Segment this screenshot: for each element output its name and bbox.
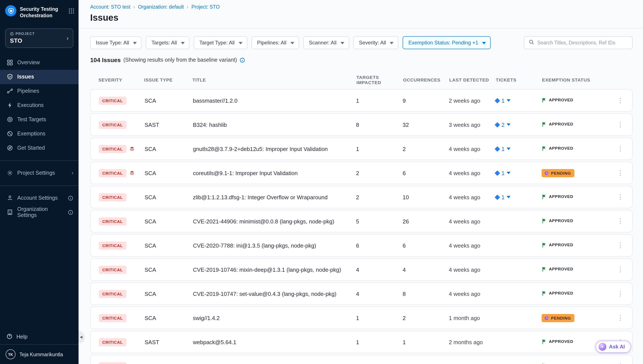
issue-title[interactable]: zlib@1:1.2.13.dfsg-1: Integer Overflow o… xyxy=(193,194,356,200)
table-row[interactable]: CRITICAL SCA zlib@1:1.2.13.dfsg-1: Integ… xyxy=(90,186,633,208)
table-row[interactable]: CRITICAL SCA bassmaster//1.2.0 1 9 2 wee… xyxy=(90,89,633,112)
issue-title[interactable]: webpack@5.64.1 xyxy=(193,339,356,345)
project-label: PROJECT xyxy=(10,32,35,36)
row-menu-button[interactable]: ⋮ xyxy=(614,119,627,130)
ticket-count-dropdown[interactable]: 1 xyxy=(495,97,510,104)
ticket-count-dropdown[interactable]: 1 xyxy=(495,170,510,176)
table-row[interactable]: CRITICAL SAST B324: hashlib 8 32 3 weeks… xyxy=(90,114,633,136)
row-menu-button[interactable]: ⋮ xyxy=(614,143,627,154)
avatar: TK xyxy=(6,349,16,359)
table-row[interactable]: CRITICAL SCA CVE-2019-10747: set-value@0… xyxy=(90,282,633,305)
issue-title[interactable]: gnutls28@3.7.9-2+deb12u5: Improper Input… xyxy=(193,146,356,152)
col-header-targets: TARGETS IMPACTED xyxy=(356,74,403,85)
jira-ticket-icon xyxy=(494,170,500,176)
gear-icon xyxy=(7,170,13,176)
severity-cell: CRITICAL xyxy=(99,362,145,364)
issue-title[interactable]: CVE-2019-10747: set-value@0.4.3 (lang-pk… xyxy=(193,290,356,297)
sidebar-item-label: Test Targets xyxy=(17,117,46,123)
last-detected-cell: 4 weeks ago xyxy=(449,194,495,200)
row-menu-button[interactable]: ⋮ xyxy=(614,192,627,202)
filter-issue-type[interactable]: Issue Type: All xyxy=(90,36,142,49)
sidebar-item-label: Organization Settings xyxy=(17,206,64,218)
sidebar-item-exemptions[interactable]: Exemptions xyxy=(0,127,79,141)
table-row[interactable]: CRITICAL SCA swig//1.4.2 1 2 1 month ago xyxy=(90,307,633,329)
issue-title[interactable]: bassmaster//1.2.0 xyxy=(193,97,356,104)
ticket-count-dropdown[interactable]: 1 xyxy=(495,146,510,152)
issue-title[interactable]: coreutils@9.1-1: Improper Input Validati… xyxy=(193,170,356,176)
chevron-right-icon: › xyxy=(72,170,73,176)
table-row[interactable]: CRITICAL SAST webpack@5.64.1 1 1 2 month… xyxy=(90,331,633,353)
chevron-right-icon: › xyxy=(187,4,188,10)
severity-cell: CRITICAL xyxy=(99,169,145,177)
sidebar-item-pipelines[interactable]: Pipelines xyxy=(0,84,79,98)
sidebar-item-issues[interactable]: Issues xyxy=(0,70,79,84)
row-menu-button[interactable]: ⋮ xyxy=(614,216,627,226)
row-menu-button[interactable]: ⋮ xyxy=(614,167,627,178)
filter-target-type[interactable]: Target Type: All xyxy=(194,36,247,49)
targets-impacted-cell: 4 xyxy=(356,266,403,273)
sidebar-item-project-settings[interactable]: Project Settings › xyxy=(0,166,79,180)
sidebar-item-get-started[interactable]: Get Started xyxy=(0,141,79,155)
project-selector[interactable]: PROJECT STO › xyxy=(5,28,73,48)
info-icon[interactable] xyxy=(68,195,73,201)
filter-pipelines[interactable]: Pipelines: All xyxy=(251,36,299,49)
occurrences-cell: 1 xyxy=(403,339,449,345)
table-row[interactable]: CRITICAL SAST django@1.2 1 22 2 months a… xyxy=(90,355,633,364)
exemption-status-label: APPROVED xyxy=(549,98,573,102)
search-input[interactable] xyxy=(537,40,628,45)
severity-badge: CRITICAL xyxy=(99,169,126,177)
sidebar-item-executions[interactable]: Executions xyxy=(0,98,79,112)
ticket-count-dropdown[interactable]: 1 xyxy=(495,194,510,200)
issue-title[interactable]: CVE-2020-7788: ini@1.3.5 (lang-pkgs, nod… xyxy=(193,242,356,249)
ask-ai-button[interactable]: ✦ Ask AI xyxy=(595,341,631,353)
table-row[interactable]: CRITICAL SCA CVE-2019-10746: mixin-deep@… xyxy=(90,258,633,281)
issue-title[interactable]: django@1.2 xyxy=(193,363,356,364)
exemption-cell: APPROVED xyxy=(542,194,606,200)
severity-cell: CRITICAL xyxy=(99,193,145,201)
breadcrumb-project-link[interactable]: Project: STO xyxy=(191,4,220,10)
row-menu-button[interactable]: ⋮ xyxy=(614,360,627,364)
issue-title[interactable]: swig//1.4.2 xyxy=(193,314,356,321)
breadcrumb-org-link[interactable]: Organization: default xyxy=(138,4,184,10)
info-icon[interactable] xyxy=(240,57,245,63)
severity-cell: CRITICAL xyxy=(99,338,145,346)
table-row[interactable]: CRITICAL SCA coreutils@9.1-1: Improper I… xyxy=(90,162,633,184)
table-row[interactable]: CRITICAL SCA CVE-2021-44906: minimist@0.… xyxy=(90,210,633,232)
filter-exemption-status[interactable]: Exemption Status: Pending +1 xyxy=(403,36,491,49)
targets-impacted-cell: 2 xyxy=(356,170,403,176)
dashboard-icon xyxy=(7,60,13,66)
sidebar-item-help[interactable]: Help xyxy=(0,330,79,344)
filter-severity[interactable]: Severity: All xyxy=(353,36,399,49)
row-menu-button[interactable]: ⋮ xyxy=(614,288,627,299)
pipelines-icon xyxy=(7,88,13,94)
search-icon xyxy=(529,39,534,46)
row-menu-button[interactable]: ⋮ xyxy=(614,264,627,275)
filter-scanner[interactable]: Scanner: All xyxy=(303,36,349,49)
filter-targets[interactable]: Targets: All xyxy=(146,36,189,49)
col-header-last-detected: LAST DETECTED xyxy=(449,77,496,82)
row-menu-button[interactable]: ⋮ xyxy=(614,95,627,106)
issue-title[interactable]: CVE-2019-10746: mixin-deep@1.3.1 (lang-p… xyxy=(193,266,356,273)
issue-title[interactable]: CVE-2021-44906: minimist@0.0.8 (lang-pkg… xyxy=(193,218,356,224)
row-menu-button[interactable]: ⋮ xyxy=(614,312,627,323)
help-label: Help xyxy=(17,334,28,340)
sidebar-item-organization-settings[interactable]: Organization Settings xyxy=(0,205,79,220)
table-row[interactable]: CRITICAL SCA CVE-2020-7788: ini@1.3.5 (l… xyxy=(90,234,633,256)
row-menu-button[interactable]: ⋮ xyxy=(614,240,627,250)
module-picker-icon[interactable] xyxy=(69,5,74,16)
exemption-cell: APPROVED xyxy=(542,146,606,152)
issue-title[interactable]: B324: hashlib xyxy=(193,122,356,128)
sidebar-item-account-settings[interactable]: Account Settings xyxy=(0,191,79,205)
sidebar-item-overview[interactable]: Overview xyxy=(0,56,79,70)
exemption-status-badge: APPROVED xyxy=(542,146,573,151)
breadcrumb-account-link[interactable]: Account: STO test xyxy=(90,4,130,10)
chevron-down-icon xyxy=(290,40,294,46)
organization-icon xyxy=(7,210,13,216)
info-icon[interactable] xyxy=(68,210,73,215)
user-profile[interactable]: TK Teja Kummarikuntla xyxy=(0,344,79,364)
severity-cell: CRITICAL xyxy=(99,266,145,274)
ticket-count-dropdown[interactable]: 2 xyxy=(495,122,510,128)
sidebar-item-test-targets[interactable]: Test Targets xyxy=(0,112,79,127)
sidebar-item-label: Pipelines xyxy=(17,88,39,94)
table-row[interactable]: CRITICAL SCA gnutls28@3.7.9-2+deb12u5: I… xyxy=(90,138,633,160)
